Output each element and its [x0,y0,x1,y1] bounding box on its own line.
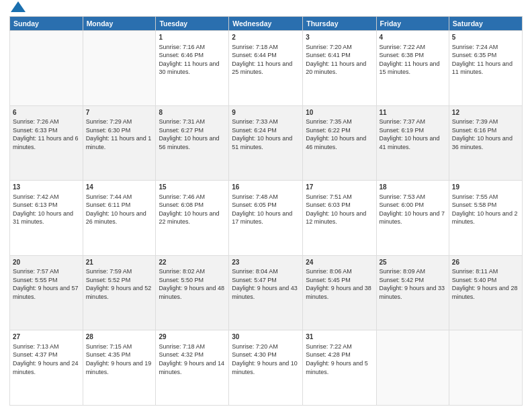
day-sun-info: Sunrise: 7:37 AMSunset: 6:19 PMDaylight:… [380,118,446,151]
calendar-cell: 11Sunrise: 7:37 AMSunset: 6:19 PMDayligh… [376,105,449,181]
calendar-cell: 10Sunrise: 7:35 AMSunset: 6:22 PMDayligh… [303,105,376,181]
page: SundayMondayTuesdayWednesdayThursdayFrid… [0,0,532,411]
day-sun-info: Sunrise: 7:31 AMSunset: 6:27 PMDaylight:… [159,118,226,151]
day-sun-info: Sunrise: 8:09 AMSunset: 5:42 PMDaylight:… [380,267,446,301]
calendar-cell: 9Sunrise: 7:33 AMSunset: 6:24 PMDaylight… [229,105,303,181]
day-sun-info: Sunrise: 8:04 AMSunset: 5:47 PMDaylight:… [232,267,300,301]
calendar-cell: 6Sunrise: 7:26 AMSunset: 6:33 PMDaylight… [10,105,83,181]
day-number: 17 [306,183,373,192]
calendar-cell: 24Sunrise: 8:06 AMSunset: 5:45 PMDayligh… [303,255,376,330]
day-number: 30 [232,332,300,342]
day-number: 3 [306,33,373,42]
calendar-cell: 29Sunrise: 7:18 AMSunset: 4:32 PMDayligh… [156,330,229,406]
day-number: 7 [86,108,153,118]
day-number: 13 [13,183,80,192]
calendar-cell: 13Sunrise: 7:42 AMSunset: 6:13 PMDayligh… [10,181,83,256]
day-sun-info: Sunrise: 7:33 AMSunset: 6:24 PMDaylight:… [232,118,300,151]
calendar-cell [83,31,156,106]
day-number: 1 [159,33,226,42]
calendar-week-row: 27Sunrise: 7:13 AMSunset: 4:37 PMDayligh… [10,330,523,406]
calendar-cell: 4Sunrise: 7:22 AMSunset: 6:38 PMDaylight… [376,31,449,106]
day-sun-info: Sunrise: 8:02 AMSunset: 5:50 PMDaylight:… [159,267,226,301]
day-sun-info: Sunrise: 7:22 AMSunset: 4:28 PMDaylight:… [306,342,373,376]
day-number: 4 [380,33,446,42]
day-sun-info: Sunrise: 7:59 AMSunset: 5:52 PMDaylight:… [86,267,153,301]
calendar-cell [10,31,83,106]
calendar-cell: 3Sunrise: 7:20 AMSunset: 6:41 PMDaylight… [303,31,376,106]
day-number: 29 [159,332,226,342]
weekday-header: Monday [83,17,156,31]
day-number: 26 [452,258,519,267]
day-number: 6 [13,108,80,118]
day-number: 31 [306,332,373,342]
day-sun-info: Sunrise: 7:16 AMSunset: 6:46 PMDaylight:… [159,43,226,77]
day-sun-info: Sunrise: 7:18 AMSunset: 6:44 PMDaylight:… [232,43,300,77]
day-sun-info: Sunrise: 7:42 AMSunset: 6:13 PMDaylight:… [13,193,80,226]
day-number: 18 [380,183,446,192]
weekday-header: Saturday [449,17,522,31]
day-sun-info: Sunrise: 7:46 AMSunset: 6:08 PMDaylight:… [159,193,226,226]
calendar-cell: 2Sunrise: 7:18 AMSunset: 6:44 PMDaylight… [229,31,303,106]
calendar-cell: 26Sunrise: 8:11 AMSunset: 5:40 PMDayligh… [449,255,522,330]
day-number: 2 [232,33,300,42]
calendar-cell: 23Sunrise: 8:04 AMSunset: 5:47 PMDayligh… [229,255,303,330]
calendar-cell: 8Sunrise: 7:31 AMSunset: 6:27 PMDaylight… [156,105,229,181]
calendar-cell: 19Sunrise: 7:55 AMSunset: 5:58 PMDayligh… [449,181,522,256]
svg-marker-0 [11,1,26,12]
calendar-cell: 31Sunrise: 7:22 AMSunset: 4:28 PMDayligh… [303,330,376,406]
day-sun-info: Sunrise: 7:26 AMSunset: 6:33 PMDaylight:… [13,118,80,151]
logo-icon [11,1,26,12]
calendar-cell: 15Sunrise: 7:46 AMSunset: 6:08 PMDayligh… [156,181,229,256]
day-sun-info: Sunrise: 7:20 AMSunset: 4:30 PMDaylight:… [232,342,300,376]
calendar-week-row: 1Sunrise: 7:16 AMSunset: 6:46 PMDaylight… [10,31,523,106]
calendar-cell: 20Sunrise: 7:57 AMSunset: 5:55 PMDayligh… [10,255,83,330]
calendar-cell: 14Sunrise: 7:44 AMSunset: 6:11 PMDayligh… [83,181,156,256]
calendar-cell: 12Sunrise: 7:39 AMSunset: 6:16 PMDayligh… [449,105,522,181]
day-number: 11 [380,108,446,118]
calendar-week-row: 13Sunrise: 7:42 AMSunset: 6:13 PMDayligh… [10,181,523,256]
day-number: 25 [380,258,446,267]
weekday-header: Sunday [10,17,83,31]
day-number: 8 [159,108,226,118]
calendar-table: SundayMondayTuesdayWednesdayThursdayFrid… [9,16,523,406]
day-sun-info: Sunrise: 7:39 AMSunset: 6:16 PMDaylight:… [452,118,519,151]
day-number: 10 [306,108,373,118]
day-number: 27 [13,332,80,342]
weekday-header: Tuesday [156,17,229,31]
day-sun-info: Sunrise: 7:20 AMSunset: 6:41 PMDaylight:… [306,43,373,77]
day-number: 9 [232,108,300,118]
day-number: 12 [452,108,519,118]
calendar-cell [376,330,449,406]
header [9,7,523,12]
day-number: 21 [86,258,153,267]
day-sun-info: Sunrise: 7:51 AMSunset: 6:03 PMDaylight:… [306,193,373,226]
weekday-header: Wednesday [229,17,303,31]
day-sun-info: Sunrise: 7:44 AMSunset: 6:11 PMDaylight:… [86,193,153,226]
day-number: 14 [86,183,153,192]
weekday-header: Friday [376,17,449,31]
day-sun-info: Sunrise: 7:15 AMSunset: 4:35 PMDaylight:… [86,342,153,376]
calendar-cell: 28Sunrise: 7:15 AMSunset: 4:35 PMDayligh… [83,330,156,406]
day-sun-info: Sunrise: 7:18 AMSunset: 4:32 PMDaylight:… [159,342,226,376]
calendar-cell: 16Sunrise: 7:48 AMSunset: 6:05 PMDayligh… [229,181,303,256]
day-sun-info: Sunrise: 7:53 AMSunset: 6:00 PMDaylight:… [380,193,446,226]
day-sun-info: Sunrise: 7:35 AMSunset: 6:22 PMDaylight:… [306,118,373,151]
calendar-cell: 1Sunrise: 7:16 AMSunset: 6:46 PMDaylight… [156,31,229,106]
day-number: 15 [159,183,226,192]
calendar-cell: 21Sunrise: 7:59 AMSunset: 5:52 PMDayligh… [83,255,156,330]
calendar-week-row: 20Sunrise: 7:57 AMSunset: 5:55 PMDayligh… [10,255,523,330]
day-sun-info: Sunrise: 7:24 AMSunset: 6:35 PMDaylight:… [452,43,519,77]
weekday-header: Thursday [303,17,376,31]
logo [9,7,26,12]
calendar-cell: 22Sunrise: 8:02 AMSunset: 5:50 PMDayligh… [156,255,229,330]
day-sun-info: Sunrise: 7:29 AMSunset: 6:30 PMDaylight:… [86,118,153,151]
day-sun-info: Sunrise: 7:55 AMSunset: 5:58 PMDaylight:… [452,193,519,226]
day-sun-info: Sunrise: 7:48 AMSunset: 6:05 PMDaylight:… [232,193,300,226]
day-number: 5 [452,33,519,42]
calendar-cell: 30Sunrise: 7:20 AMSunset: 4:30 PMDayligh… [229,330,303,406]
day-sun-info: Sunrise: 7:57 AMSunset: 5:55 PMDaylight:… [13,267,80,301]
calendar-cell: 17Sunrise: 7:51 AMSunset: 6:03 PMDayligh… [303,181,376,256]
calendar-cell: 18Sunrise: 7:53 AMSunset: 6:00 PMDayligh… [376,181,449,256]
day-number: 19 [452,183,519,192]
day-number: 24 [306,258,373,267]
